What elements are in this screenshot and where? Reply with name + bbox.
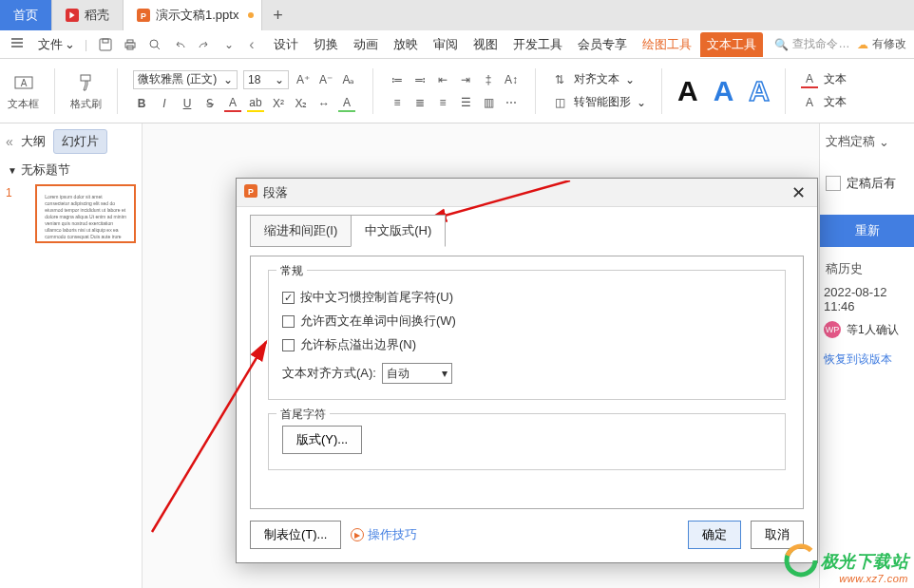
firstlast-legend: 首尾字符 (276, 407, 330, 423)
dropdown-icon[interactable]: ⌄ (220, 36, 238, 53)
redo-icon[interactable] (196, 36, 213, 53)
more-icon[interactable]: ⋯ (503, 94, 520, 111)
prev-section[interactable]: ‹ (249, 36, 254, 53)
tab-chinese-layout[interactable]: 中文版式(H) (351, 215, 446, 247)
style-a1[interactable]: A (677, 75, 698, 107)
hamburger-icon[interactable] (6, 33, 29, 55)
menu-member[interactable]: 会员专享 (571, 32, 634, 57)
font-size-select[interactable]: 18⌄ (243, 70, 289, 89)
sub-icon[interactable]: X₂ (293, 95, 310, 112)
tab-document[interactable]: P 演示文稿1.pptx (124, 0, 262, 30)
smart-icon[interactable]: ◫ (551, 94, 568, 111)
undo-icon[interactable] (171, 36, 188, 53)
section-header[interactable]: ▼无标题节 (8, 161, 134, 179)
textdir-icon[interactable]: A↕ (503, 71, 520, 88)
align-text-icon[interactable]: ⇅ (551, 71, 568, 88)
command-search[interactable]: 🔍 查找命令… (774, 36, 849, 52)
underline-icon[interactable]: U (179, 95, 196, 112)
style-a3[interactable]: A (749, 75, 770, 107)
cloud-icon[interactable]: ☁ (857, 38, 868, 51)
change-case-icon[interactable]: Aₐ (340, 71, 357, 88)
menu-drawtools[interactable]: 绘图工具 (636, 32, 698, 57)
right-panel-head[interactable]: 文档定稿⌄ (824, 127, 910, 156)
textfill-label[interactable]: 文本 (824, 71, 847, 87)
save-icon[interactable] (97, 36, 114, 53)
tab-daoke[interactable]: 稻壳 (52, 0, 124, 30)
preview-icon[interactable] (146, 36, 163, 53)
confirm-label: 等1人确认 (847, 322, 899, 338)
decrease-font-icon[interactable]: A⁻ (317, 71, 334, 88)
indent-inc-icon[interactable]: ⇥ (457, 71, 474, 88)
paragraph-dialog: P 段落 ✕ 缩进和间距(I) 中文版式(H) 常规 按中文习惯控制首尾字符(U… (236, 178, 818, 563)
svg-rect-4 (103, 39, 108, 43)
tab-add-button[interactable]: + (262, 0, 293, 30)
font-family-select[interactable]: 微软雅黑 (正文)⌄ (133, 70, 238, 89)
tips-link[interactable]: ▶操作技巧 (351, 526, 417, 543)
spacing-icon[interactable]: ↔ (315, 95, 333, 112)
menu-review[interactable]: 审阅 (427, 32, 465, 57)
textfill-icon[interactable]: A (801, 71, 818, 88)
dialog-title: 段落 (263, 184, 288, 201)
textbox-label: 文本框 (8, 97, 39, 111)
menu-dev[interactable]: 开发工具 (506, 32, 569, 57)
svg-rect-11 (81, 75, 90, 81)
menu-animation[interactable]: 动画 (347, 32, 385, 57)
svg-text:P: P (141, 11, 146, 21)
tab-indent-spacing[interactable]: 缩进和间距(I) (250, 215, 352, 247)
super-icon[interactable]: X² (270, 95, 287, 112)
numbering-icon[interactable]: ≕ (411, 71, 428, 88)
history-date: 2022-08-12 11:46 (824, 285, 910, 313)
slides-tab[interactable]: 幻灯片 (53, 129, 107, 154)
slide-thumbnail[interactable]: Lorem ipsum dolor sit amet consectetur a… (35, 184, 136, 243)
texteffect-icon[interactable]: A (338, 95, 355, 112)
history-label: 稿历史 (826, 260, 908, 277)
checkbox-western-wrap[interactable] (282, 315, 295, 328)
svg-text:A: A (20, 78, 27, 88)
svg-rect-6 (127, 40, 133, 43)
font-color-icon[interactable]: A (224, 95, 241, 112)
menu-design[interactable]: 设计 (267, 32, 305, 57)
label-cn-firstlast: 按中文习惯控制首尾字符(U) (300, 289, 453, 306)
print-icon[interactable] (122, 36, 139, 53)
align-center-icon[interactable]: ≣ (411, 94, 428, 111)
linespace-icon[interactable]: ‡ (480, 71, 497, 88)
textoutline-label[interactable]: 文本 (824, 94, 847, 110)
align-left-icon[interactable]: ≡ (389, 94, 406, 111)
restore-link[interactable]: 恢复到该版本 (824, 351, 910, 368)
indent-dec-icon[interactable]: ⇤ (434, 71, 451, 88)
text-align-select[interactable]: 自动▾ (382, 363, 452, 384)
format-painter-icon[interactable] (74, 70, 99, 95)
textbox-icon[interactable]: A (11, 70, 36, 95)
collapse-icon[interactable]: « (6, 134, 13, 149)
columns-icon[interactable]: ▥ (480, 94, 497, 111)
strike-icon[interactable]: S̶ (201, 95, 219, 112)
bold-icon[interactable]: B (133, 95, 150, 112)
smart-label[interactable]: 转智能图形 (574, 94, 631, 110)
slide-number: 1 (6, 184, 18, 243)
increase-font-icon[interactable]: A⁺ (295, 71, 312, 88)
bullets-icon[interactable]: ≔ (389, 71, 406, 88)
align-right-icon[interactable]: ≡ (434, 94, 451, 111)
ok-button[interactable]: 确定 (688, 521, 741, 549)
justify-icon[interactable]: ☰ (457, 94, 474, 111)
redo-button[interactable]: 重新 (820, 215, 914, 247)
menu-texttools[interactable]: 文本工具 (700, 32, 763, 57)
menu-slideshow[interactable]: 放映 (387, 32, 425, 57)
highlight-icon[interactable]: ab (247, 95, 264, 112)
checkbox-punct-overflow[interactable] (282, 339, 295, 351)
tabstop-button[interactable]: 制表位(T)... (250, 521, 341, 549)
file-menu[interactable]: 文件⌄ (32, 36, 81, 53)
align-text-label[interactable]: 对齐文本 (574, 71, 619, 87)
menu-view[interactable]: 视图 (467, 32, 505, 57)
format-button[interactable]: 版式(Y)... (282, 426, 362, 454)
watermark-logo (783, 542, 819, 579)
italic-icon[interactable]: I (156, 95, 173, 112)
finalize-checkbox[interactable] (826, 176, 841, 191)
style-a2[interactable]: A (714, 75, 734, 107)
menu-transition[interactable]: 切换 (307, 32, 345, 57)
checkbox-cn-firstlast[interactable] (282, 292, 295, 304)
outline-tab[interactable]: 大纲 (21, 133, 46, 150)
tab-home[interactable]: 首页 (0, 0, 52, 30)
textoutline-icon[interactable]: A (801, 94, 818, 111)
close-icon[interactable]: ✕ (787, 182, 809, 203)
